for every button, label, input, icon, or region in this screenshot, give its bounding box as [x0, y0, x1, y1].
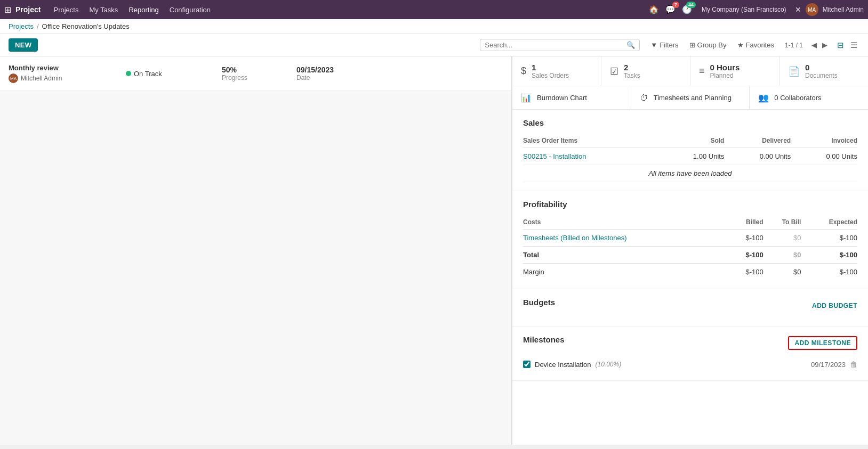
group-by-icon: ⊞ [689, 41, 695, 49]
stat-hours-planned[interactable]: ≡ 0 Hours Planned [690, 56, 779, 86]
search-input[interactable] [485, 41, 626, 49]
status-dot [126, 71, 131, 76]
app-name: Project [15, 5, 41, 14]
home-icon[interactable]: 🏠 [648, 4, 660, 15]
breadcrumb-current: Office Renovation's Updates [42, 22, 130, 30]
budgets-section: Budgets ADD BUDGET [512, 289, 868, 326]
search-box[interactable]: 🔍 [480, 39, 640, 51]
add-budget-button[interactable]: ADD BUDGET [812, 302, 857, 309]
sales-section: Sales Sales Order Items Sold Delivered I… [512, 110, 868, 191]
collaborators-label: 0 Collaborators [774, 94, 821, 102]
action-bar: NEW 🔍 ▼ Filters ⊞ Group By ★ Favorites 1… [0, 34, 868, 56]
pagination: 1-1 / 1 [785, 42, 803, 49]
list-view-icon[interactable]: ☰ [848, 39, 859, 51]
tasks-count: 2 [624, 63, 640, 72]
milestone-percent: (10.00%) [596, 361, 622, 368]
margin-row: Margin $-100 $0 $-100 [523, 264, 857, 281]
company-name: My Company (San Francisco) [702, 6, 786, 13]
burndown-label: Burndown Chart [537, 94, 587, 102]
burndown-chart-cell[interactable]: 📊 Burndown Chart [512, 86, 631, 109]
milestone-checkbox[interactable] [523, 361, 531, 368]
sales-col-sold: Sold [658, 134, 725, 148]
search-icon[interactable]: 🔍 [626, 41, 635, 49]
avatar: MA [806, 3, 818, 16]
new-button[interactable]: NEW [9, 38, 38, 52]
clock-icon[interactable]: 🕐 44 [681, 4, 693, 15]
profitability-section: Profitability Costs Billed To Bill Expec… [512, 191, 868, 289]
stats-row: $ 1 Sales Orders ☑ 2 Tasks ≡ 0 Hours Pla… [512, 56, 868, 86]
stat-sales-orders[interactable]: $ 1 Sales Orders [512, 56, 601, 86]
delivered-units: 0.00 Units [724, 148, 791, 165]
chat-icon[interactable]: 💬 7 [664, 4, 677, 15]
all-loaded-text: All items have been loaded [523, 165, 857, 182]
invoiced-units: 0.00 Units [791, 148, 857, 165]
profit-col-expected: Expected [801, 215, 857, 230]
settings-icon[interactable]: ✕ [795, 5, 801, 14]
project-info: Monthly review MA Mitchell Admin [9, 64, 115, 83]
timesheets-cell[interactable]: ⏱ Timesheets and Planning [631, 86, 750, 109]
progress-info: 50% Progress [222, 66, 286, 81]
next-page-icon[interactable]: ▶ [822, 41, 827, 49]
milestones-section: Milestones ADD MILESTONE Device Installa… [512, 326, 868, 381]
hours-icon: ≡ [699, 66, 705, 77]
total-tobill: $0 [763, 247, 801, 264]
milestones-header: Milestones ADD MILESTONE [523, 335, 857, 350]
margin-tobill: $0 [763, 264, 801, 281]
timesheets-icon: ⏱ [640, 93, 648, 103]
total-label: Total [523, 247, 728, 264]
prev-page-icon[interactable]: ◀ [811, 41, 817, 49]
milestones-title: Milestones [523, 335, 565, 344]
total-row: Total $-100 $0 $-100 [523, 247, 857, 264]
add-milestone-button[interactable]: ADD MILESTONE [788, 336, 857, 350]
sales-order-link[interactable]: S00215 - Installation [523, 152, 586, 160]
breadcrumb-separator: / [37, 22, 39, 30]
breadcrumb-parent[interactable]: Projects [9, 22, 34, 30]
date-info: 09/15/2023 Date [296, 66, 360, 81]
nav-reporting[interactable]: Reporting [124, 4, 163, 16]
main-layout: Monthly review MA Mitchell Admin On Trac… [0, 56, 868, 445]
profitability-title: Profitability [523, 200, 857, 209]
section-row: 📊 Burndown Chart ⏱ Timesheets and Planni… [512, 86, 868, 110]
milestone-name: Device Installation [535, 361, 591, 369]
nav-configuration[interactable]: Configuration [165, 4, 215, 16]
user-name: Mitchell Admin [823, 6, 864, 13]
nav-projects[interactable]: Projects [49, 4, 83, 16]
stat-documents[interactable]: 📄 0 Documents [779, 56, 868, 86]
app-grid-icon[interactable]: ⊞ [4, 5, 11, 15]
favorites-button[interactable]: ★ Favorites [735, 40, 776, 50]
nav-my-tasks[interactable]: My Tasks [85, 4, 122, 16]
profit-col-costs: Costs [523, 215, 728, 230]
collaborators-cell[interactable]: 👥 0 Collaborators [750, 86, 868, 109]
documents-icon: 📄 [788, 66, 800, 77]
budgets-header: Budgets ADD BUDGET [523, 298, 857, 313]
milestone-delete-icon[interactable]: 🗑 [850, 360, 857, 369]
user-avatar-small: MA [9, 74, 18, 83]
total-expected: $-100 [801, 247, 857, 264]
budgets-title: Budgets [523, 298, 555, 307]
table-row: S00215 - Installation 1.00 Units 0.00 Un… [523, 148, 857, 165]
sales-orders-label: Sales Orders [532, 72, 569, 79]
breadcrumb: Projects / Office Renovation's Updates [0, 19, 868, 34]
group-by-button[interactable]: ⊞ Group By [687, 40, 729, 50]
documents-label: Documents [805, 72, 838, 79]
margin-label: Margin [523, 264, 728, 281]
top-navigation: ⊞ Project Projects My Tasks Reporting Co… [0, 0, 868, 19]
project-row: Monthly review MA Mitchell Admin On Trac… [0, 56, 511, 91]
progress-percent: 50% [222, 66, 286, 74]
timesheets-milestones-link[interactable]: Timesheets (Billed on Milestones) [523, 234, 627, 242]
status-badge: On Track [126, 70, 211, 78]
filters-button[interactable]: ▼ Filters [648, 40, 680, 50]
table-row: Timesheets (Billed on Milestones) $-100 … [523, 230, 857, 247]
filter-icon: ▼ [650, 41, 657, 49]
hours-count: 0 Hours [710, 63, 740, 72]
documents-count: 0 [805, 63, 838, 72]
chat-badge: 7 [672, 2, 679, 8]
right-panel: $ 1 Sales Orders ☑ 2 Tasks ≡ 0 Hours Pla… [512, 56, 868, 445]
kanban-view-icon[interactable]: ⊟ [835, 39, 846, 51]
star-icon: ★ [737, 41, 744, 49]
progress-label: Progress [222, 74, 286, 81]
billed-value: $-100 [728, 230, 763, 247]
project-name: Monthly review [9, 64, 115, 72]
project-user: MA Mitchell Admin [9, 74, 115, 83]
stat-tasks[interactable]: ☑ 2 Tasks [601, 56, 690, 86]
